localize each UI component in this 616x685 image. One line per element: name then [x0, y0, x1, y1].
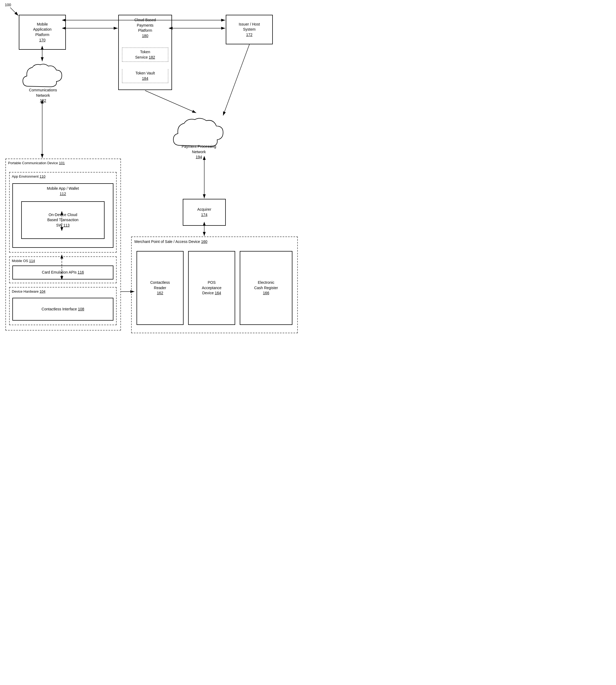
cloud-payments-box: Cloud BasedPaymentsPlatform180 TokenServ… [118, 15, 172, 90]
device-hardware-box: Device Hardware 104 Contactless Interfac… [9, 287, 117, 325]
svg-line-9 [145, 91, 196, 113]
payment-processing-label: Payment ProcessingNetwork194 [182, 144, 216, 160]
on-device-cloud-box: On-Device CloudBased TransactionSW 113 [21, 201, 105, 239]
electronic-cash-register-box: ElectronicCash Register166 [240, 251, 292, 325]
on-device-cloud-label: On-Device CloudBased TransactionSW 113 [47, 212, 79, 228]
comms-network-label: CommunicationsNetwork192 [29, 88, 57, 104]
device-hardware-label: Device Hardware 104 [12, 289, 45, 294]
mobile-os-box: Mobile OS 114 Card Emulation APIs 116 [9, 257, 117, 283]
diagram: 100 MobileApplicationPlatform170 Issuer … [0, 0, 308, 342]
acquirer-label: Acquirer174 [197, 207, 211, 217]
comms-network-cloud-svg [20, 62, 66, 92]
mobile-os-label: Mobile OS 114 [12, 259, 35, 263]
issuer-host-box: Issuer / HostSystem172 [226, 15, 273, 44]
issuer-host-label: Issuer / HostSystem172 [239, 22, 260, 38]
mobile-application-platform-box: MobileApplicationPlatform170 [19, 15, 66, 50]
contactless-reader-box: ContactlessReader162 [136, 251, 183, 325]
acquirer-box: Acquirer174 [183, 199, 226, 226]
token-service-label: TokenService 182 [135, 50, 155, 59]
svg-line-3 [10, 7, 18, 16]
mobile-app-wallet-box: Mobile App / Wallet112 On-Device CloudBa… [13, 183, 113, 248]
portable-comm-device-box: Portable Communication Device 101 App En… [5, 158, 121, 331]
payment-processing-cloud: Payment ProcessingNetwork194 [169, 113, 228, 160]
app-environment-label: App Environment 110 [12, 174, 45, 179]
contactless-interface-box: Contactless Interface 108 [13, 298, 113, 321]
card-emulation-label: Card Emulation APIs 116 [42, 270, 84, 275]
mobile-app-label: MobileApplicationPlatform170 [33, 22, 51, 43]
contactless-interface-label: Contactless Interface 108 [42, 307, 84, 312]
merchant-pos-box: Merchant Point of Sale / Access Device 1… [131, 237, 298, 333]
cloud-payments-label: Cloud BasedPaymentsPlatform180 [134, 18, 156, 38]
token-vault-label: Token Vault184 [135, 71, 155, 81]
pos-acceptance-box: POSAcceptanceDevice 164 [188, 251, 235, 325]
svg-line-10 [223, 44, 249, 115]
contactless-reader-label: ContactlessReader162 [150, 280, 170, 296]
ref-100: 100 [5, 3, 11, 7]
comms-network-cloud: CommunicationsNetwork192 [20, 62, 66, 104]
merchant-pos-label: Merchant Point of Sale / Access Device 1… [134, 239, 207, 245]
electronic-cash-register-label: ElectronicCash Register166 [254, 280, 278, 296]
app-environment-box: App Environment 110 Mobile App / Wallet1… [9, 172, 117, 252]
pos-acceptance-label: POSAcceptanceDevice 164 [202, 280, 221, 296]
mobile-app-wallet-label: Mobile App / Wallet112 [47, 186, 79, 196]
portable-comm-device-label: Portable Communication Device 101 [8, 161, 65, 165]
card-emulation-box: Card Emulation APIs 116 [13, 266, 113, 280]
